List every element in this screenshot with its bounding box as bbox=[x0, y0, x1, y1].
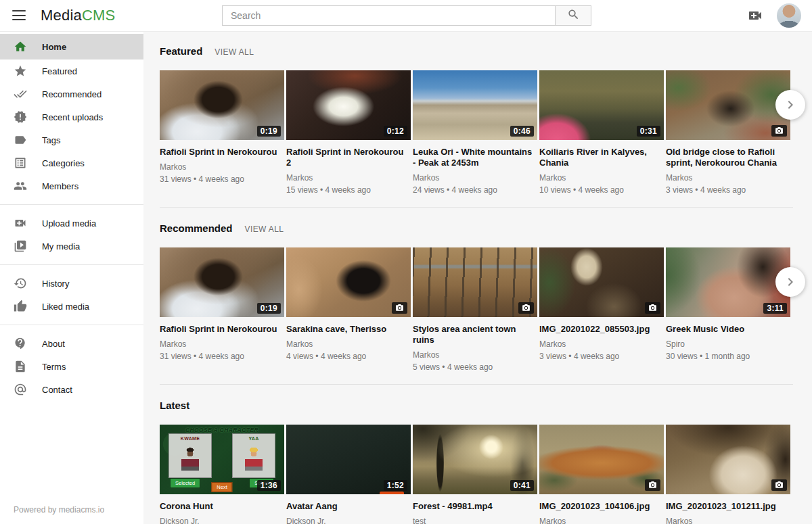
media-thumbnail[interactable] bbox=[286, 247, 411, 317]
media-card[interactable]: 0:19Rafioli Sprint in NerokourouMarkos31… bbox=[160, 247, 284, 372]
sidebar: HomeFeaturedRecommendedRecent uploadsTag… bbox=[0, 31, 143, 524]
media-thumbnail[interactable]: 3:11 bbox=[666, 247, 790, 317]
media-card[interactable]: 0:19Rafioli Sprint in NerokourouMarkos31… bbox=[160, 70, 284, 195]
my-media-icon bbox=[14, 239, 27, 253]
section-header: FeaturedVIEW ALL bbox=[160, 45, 812, 57]
user-avatar[interactable] bbox=[777, 3, 801, 28]
media-title[interactable]: Forest - 49981.mp4 bbox=[413, 501, 537, 512]
media-card[interactable]: Stylos area ancient town ruinsMarkos5 vi… bbox=[413, 247, 537, 372]
media-card[interactable]: 3:11Greek Music VideoSpiro30 views • 1 m… bbox=[666, 247, 790, 372]
sidebar-item-members[interactable]: Members bbox=[0, 174, 143, 197]
media-thumbnail[interactable] bbox=[539, 425, 664, 494]
sidebar-footer-text: Powered by mediacms.io bbox=[14, 505, 104, 515]
media-row: 0:19Rafioli Sprint in NerokourouMarkos31… bbox=[160, 247, 793, 372]
media-title[interactable]: Greek Music Video bbox=[666, 324, 790, 335]
media-author[interactable]: Markos bbox=[160, 162, 284, 172]
terms-icon bbox=[14, 360, 27, 373]
media-card[interactable]: IMG_20201023_104106.jpgMarkos4 views • 4… bbox=[539, 425, 664, 524]
media-row: 0:19Rafioli Sprint in NerokourouMarkos31… bbox=[160, 70, 793, 195]
sidebar-item-recommended[interactable]: Recommended bbox=[0, 82, 143, 105]
photo-badge bbox=[645, 479, 660, 491]
media-title[interactable]: Old bridge close to Rafioli sprint, Nero… bbox=[666, 147, 790, 168]
media-thumbnail[interactable] bbox=[539, 247, 664, 317]
media-author[interactable]: Dickson Jr. bbox=[286, 517, 411, 524]
app-logo[interactable]: MediaCMS bbox=[41, 7, 115, 24]
sidebar-item-label: Terms bbox=[42, 362, 66, 372]
media-title[interactable]: Koiliaris River in Kalyves, Chania bbox=[539, 147, 664, 168]
sidebar-item-featured[interactable]: Featured bbox=[0, 59, 143, 82]
sidebar-item-recent-uploads[interactable]: Recent uploads bbox=[0, 105, 143, 128]
media-card[interactable]: Sarakina cave, TherissoMarkos4 views • 4… bbox=[286, 247, 411, 372]
sidebar-item-about[interactable]: About bbox=[0, 332, 143, 355]
media-thumbnail[interactable]: CHOOSE A CHARACTERKWAMEYAASelectedNextSe… bbox=[160, 425, 284, 494]
search-button[interactable] bbox=[555, 5, 591, 26]
sidebar-item-label: Home bbox=[42, 42, 66, 52]
thumb-character-sprite bbox=[181, 448, 199, 471]
media-author[interactable]: Dickson Jr. bbox=[160, 517, 284, 524]
media-title[interactable]: Leuka Ori - White mountains - Peak at 24… bbox=[413, 147, 537, 168]
media-author[interactable]: Markos bbox=[160, 339, 284, 349]
media-title[interactable]: Rafioli Sprint in Nerokourou bbox=[160, 324, 284, 335]
search-input[interactable] bbox=[222, 5, 555, 26]
sidebar-item-contact[interactable]: Contact bbox=[0, 378, 143, 401]
media-thumbnail[interactable]: 1:52 bbox=[286, 425, 411, 494]
sidebar-item-upload-media[interactable]: Upload media bbox=[0, 212, 143, 235]
sidebar-item-categories[interactable]: Categories bbox=[0, 151, 143, 174]
media-author[interactable]: Markos bbox=[539, 173, 664, 183]
sidebar-item-label: Tags bbox=[42, 135, 60, 145]
media-author[interactable]: Markos bbox=[666, 173, 790, 183]
carousel-next-button[interactable] bbox=[775, 90, 805, 120]
view-all-link[interactable]: VIEW ALL bbox=[245, 224, 284, 234]
media-author[interactable]: Markos bbox=[539, 339, 664, 349]
history-icon bbox=[14, 277, 27, 290]
sidebar-item-history[interactable]: History bbox=[0, 272, 143, 295]
menu-icon[interactable] bbox=[12, 10, 26, 20]
media-author[interactable]: Markos bbox=[286, 339, 411, 349]
media-author[interactable]: test bbox=[413, 517, 537, 524]
media-card[interactable]: IMG_20201023_101211.jpgMarkos4 views • 4… bbox=[666, 425, 790, 524]
sidebar-item-home[interactable]: Home bbox=[0, 34, 143, 59]
media-author[interactable]: Markos bbox=[286, 173, 411, 183]
media-title[interactable]: Avatar Aang bbox=[286, 501, 411, 512]
view-all-link[interactable]: VIEW ALL bbox=[215, 47, 254, 57]
media-title[interactable]: Stylos area ancient town ruins bbox=[413, 324, 537, 346]
media-card[interactable]: 0:31Koiliaris River in Kalyves, ChaniaMa… bbox=[539, 70, 664, 195]
media-thumbnail[interactable]: 0:19 bbox=[160, 70, 284, 140]
media-card[interactable]: 0:41Forest - 49981.mp4test17 views • 3 w… bbox=[413, 425, 537, 524]
sidebar-item-terms[interactable]: Terms bbox=[0, 355, 143, 378]
carousel-next-button[interactable] bbox=[775, 267, 805, 297]
media-thumbnail[interactable] bbox=[666, 70, 790, 140]
media-author[interactable]: Markos bbox=[666, 517, 790, 524]
media-card[interactable]: 0:12Rafioli Sprint in Nerokourou 2Markos… bbox=[286, 70, 411, 195]
media-thumbnail[interactable]: 0:12 bbox=[286, 70, 411, 140]
sidebar-item-tags[interactable]: Tags bbox=[0, 128, 143, 151]
media-card[interactable]: 1:52Avatar AangDickson Jr.12 views • 1 w… bbox=[286, 425, 411, 524]
media-card[interactable]: CHOOSE A CHARACTERKWAMEYAASelectedNextSe… bbox=[160, 425, 284, 524]
media-card[interactable]: Old bridge close to Rafioli sprint, Nero… bbox=[666, 70, 790, 195]
media-card[interactable]: IMG_20201022_085503.jpgMarkos3 views • 4… bbox=[539, 247, 664, 372]
media-author[interactable]: Markos bbox=[413, 350, 537, 360]
media-thumbnail[interactable] bbox=[413, 247, 537, 317]
duration-badge: 3:11 bbox=[763, 303, 787, 314]
section-header: Latest bbox=[160, 400, 812, 411]
media-thumbnail[interactable]: 0:46 bbox=[413, 70, 537, 140]
media-title[interactable]: Corona Hunt bbox=[160, 501, 284, 512]
media-thumbnail[interactable]: 0:19 bbox=[160, 247, 284, 317]
media-title[interactable]: Rafioli Sprint in Nerokourou 2 bbox=[286, 147, 411, 168]
media-title[interactable]: IMG_20201023_101211.jpg bbox=[666, 501, 790, 512]
media-title[interactable]: Sarakina cave, Therisso bbox=[286, 324, 411, 335]
media-title[interactable]: IMG_20201022_085503.jpg bbox=[539, 324, 664, 335]
media-author[interactable]: Spiro bbox=[666, 339, 790, 349]
media-author[interactable]: Markos bbox=[413, 173, 537, 183]
sidebar-item-liked-media[interactable]: Liked media bbox=[0, 295, 143, 318]
section-title: Latest bbox=[160, 400, 189, 411]
media-title[interactable]: Rafioli Sprint in Nerokourou bbox=[160, 147, 284, 158]
media-thumbnail[interactable] bbox=[666, 425, 790, 494]
media-thumbnail[interactable]: 0:31 bbox=[539, 70, 664, 140]
media-card[interactable]: 0:46Leuka Ori - White mountains - Peak a… bbox=[413, 70, 537, 195]
video-upload-button[interactable] bbox=[747, 7, 763, 24]
media-author[interactable]: Markos bbox=[539, 517, 664, 524]
media-thumbnail[interactable]: 0:41 bbox=[413, 425, 537, 494]
sidebar-item-my-media[interactable]: My media bbox=[0, 235, 143, 258]
media-title[interactable]: IMG_20201023_104106.jpg bbox=[539, 501, 664, 512]
